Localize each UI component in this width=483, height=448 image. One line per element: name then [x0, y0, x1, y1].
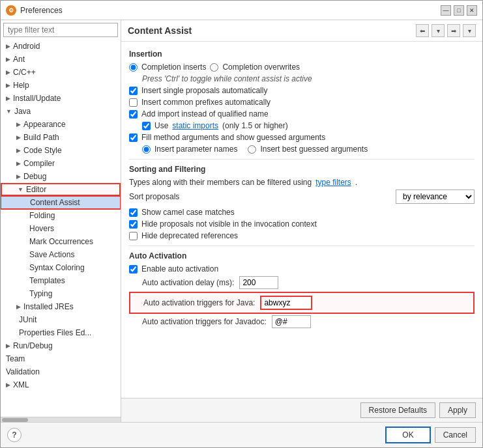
sidebar-item-folding[interactable]: Folding — [1, 209, 121, 222]
sidebar-item-label: Content Assist — [30, 198, 80, 207]
add-import-checkbox[interactable] — [129, 110, 138, 119]
sidebar-item-propertiesfiles[interactable]: Properties Files Ed... — [1, 326, 121, 339]
fill-method-label: Fill method arguments and show guessed a… — [141, 133, 325, 142]
completion-inserts-radio[interactable] — [129, 63, 138, 72]
use-static-checkbox[interactable] — [142, 122, 151, 130]
arrow-cpp: ▶ — [6, 69, 10, 76]
close-button[interactable]: ✕ — [467, 5, 477, 16]
sidebar-item-label: Ant — [13, 55, 25, 64]
insert-single-row: Insert single proposals automatically — [129, 86, 475, 95]
sidebar-item-rundebug[interactable]: ▶ Run/Debug — [1, 339, 121, 352]
sidebar-item-typing[interactable]: Typing — [1, 287, 121, 300]
show-camel-checkbox[interactable] — [129, 208, 138, 217]
insert-common-checkbox[interactable] — [129, 98, 138, 107]
cancel-button[interactable]: Cancel — [435, 427, 476, 443]
tree-container: ▶ Android ▶ Ant ▶ C/C++ ▶ Help — [1, 40, 121, 417]
nav-forward-dropdown-button[interactable]: ▾ — [463, 24, 476, 37]
help-button[interactable]: ? — [7, 428, 22, 442]
sidebar-item-codestyle[interactable]: ▶ Code Style — [1, 144, 121, 157]
sidebar-item-buildpath[interactable]: ▶ Build Path — [1, 131, 121, 144]
insert-common-row: Insert common prefixes automatically — [129, 98, 475, 107]
sidebar-item-debug[interactable]: ▶ Debug — [1, 170, 121, 183]
sidebar-item-syntaxcoloring[interactable]: Syntax Coloring — [1, 261, 121, 274]
hide-deprecated-checkbox[interactable] — [129, 232, 138, 240]
arrow-java: ▼ — [6, 108, 12, 115]
sidebar-item-appearance[interactable]: ▶ Appearance — [1, 118, 121, 131]
bottom-buttons: Restore Defaults Apply — [360, 402, 476, 418]
type-filters-desc: Types along with their members can be fi… — [129, 178, 312, 187]
hide-not-visible-checkbox[interactable] — [129, 220, 138, 229]
insert-best-radio[interactable] — [248, 145, 256, 154]
hide-deprecated-row: Hide deprecated references — [129, 231, 475, 240]
sort-proposals-dropdown[interactable]: by relevance alphabetically — [396, 189, 475, 204]
sidebar-item-installedjres[interactable]: ▶ Installed JREs — [1, 300, 121, 313]
sidebar-item-label: Installed JREs — [23, 302, 74, 311]
arrow-install: ▶ — [6, 95, 10, 102]
apply-button[interactable]: Apply — [439, 402, 476, 418]
panel-title: Content Assist — [128, 25, 192, 36]
static-imports-link[interactable]: static imports — [172, 121, 218, 130]
show-camel-row: Show camel case matches — [129, 208, 475, 217]
ctrl-note-text: Press 'Ctrl' to toggle while content ass… — [142, 74, 312, 83]
sidebar-item-cpp[interactable]: ▶ C/C++ — [1, 66, 121, 79]
sidebar-item-saveactions[interactable]: Save Actions — [1, 248, 121, 261]
nav-dropdown-button[interactable]: ▾ — [432, 24, 445, 37]
param-options-row: Insert parameter names Insert best guess… — [129, 145, 475, 154]
sidebar-item-hovers[interactable]: Hovers — [1, 222, 121, 235]
insert-param-radio[interactable] — [142, 145, 151, 154]
type-filters-row: Types along with their members can be fi… — [129, 178, 475, 187]
sidebar-item-contentassist[interactable]: Content Assist — [1, 196, 121, 209]
window-title: Preferences — [20, 6, 63, 15]
completion-overwrites-label: Completion overwrites — [222, 63, 300, 72]
horizontal-scrollbar[interactable] — [1, 417, 121, 422]
arrow-installedjres: ▶ — [16, 303, 21, 310]
fill-method-checkbox[interactable] — [129, 133, 138, 142]
sidebar-item-junit[interactable]: JUnit — [1, 313, 121, 326]
sidebar-item-label: Java — [14, 107, 31, 116]
enable-auto-row: Enable auto activation — [129, 264, 475, 273]
sidebar-item-android[interactable]: ▶ Android — [1, 40, 121, 53]
main-content: ▶ Android ▶ Ant ▶ C/C++ ▶ Help — [1, 20, 482, 422]
sidebar-item-help[interactable]: ▶ Help — [1, 79, 121, 92]
enable-auto-checkbox[interactable] — [129, 265, 138, 273]
sidebar-item-templates[interactable]: Templates — [1, 274, 121, 287]
sidebar-item-ant[interactable]: ▶ Ant — [1, 53, 121, 66]
triggers-javadoc-row: Auto activation triggers for Javadoc: — [129, 315, 475, 328]
triggers-javadoc-label: Auto activation triggers for Javadoc: — [142, 317, 267, 326]
delay-input[interactable] — [239, 276, 278, 289]
restore-defaults-button[interactable]: Restore Defaults — [360, 402, 435, 418]
completion-overwrites-radio[interactable] — [210, 63, 218, 72]
hide-not-visible-label: Hide proposals not visible in the invoca… — [141, 219, 317, 229]
arrow-compiler: ▶ — [16, 160, 21, 167]
insert-single-checkbox[interactable] — [129, 87, 138, 95]
type-filters-link[interactable]: type filters — [315, 178, 351, 187]
sidebar-item-label: Install/Update — [13, 94, 61, 103]
nav-forward-button[interactable]: ➡ — [447, 24, 460, 37]
triggers-javadoc-input[interactable] — [272, 315, 311, 328]
sidebar-item-compiler[interactable]: ▶ Compiler — [1, 157, 121, 170]
maximize-button[interactable]: □ — [454, 5, 464, 16]
sidebar-item-label: Validation — [6, 367, 40, 376]
nav-back-button[interactable]: ⬅ — [416, 24, 429, 37]
minimize-button[interactable]: — — [441, 5, 451, 16]
sidebar-item-label: JUnit — [19, 315, 37, 324]
bottom-bar: Restore Defaults Apply — [121, 398, 482, 422]
sidebar-item-xml[interactable]: ▶ XML — [1, 378, 121, 391]
sidebar-item-team[interactable]: Team — [1, 352, 121, 365]
triggers-java-input[interactable] — [260, 296, 312, 310]
use-static-label: Use — [154, 121, 168, 130]
sidebar-item-java[interactable]: ▼ Java — [1, 105, 121, 118]
sidebar-item-markoccurrences[interactable]: Mark Occurrences — [1, 235, 121, 248]
ctrl-note-row: Press 'Ctrl' to toggle while content ass… — [129, 74, 475, 83]
insert-param-label: Insert parameter names — [154, 145, 237, 154]
sidebar-item-editor[interactable]: ▼ Editor — [1, 183, 121, 196]
sidebar-item-install[interactable]: ▶ Install/Update — [1, 92, 121, 105]
ok-button[interactable]: OK — [385, 427, 430, 443]
sidebar-item-validation[interactable]: Validation — [1, 365, 121, 378]
panel-body: Insertion Completion inserts Completion … — [121, 42, 482, 398]
completion-inserts-label: Completion inserts — [141, 63, 206, 72]
filter-input[interactable] — [3, 23, 118, 37]
completion-options-row: Completion inserts Completion overwrites — [129, 63, 475, 72]
sidebar-item-label: Team — [6, 354, 25, 363]
sidebar-item-label: Compiler — [23, 159, 55, 168]
